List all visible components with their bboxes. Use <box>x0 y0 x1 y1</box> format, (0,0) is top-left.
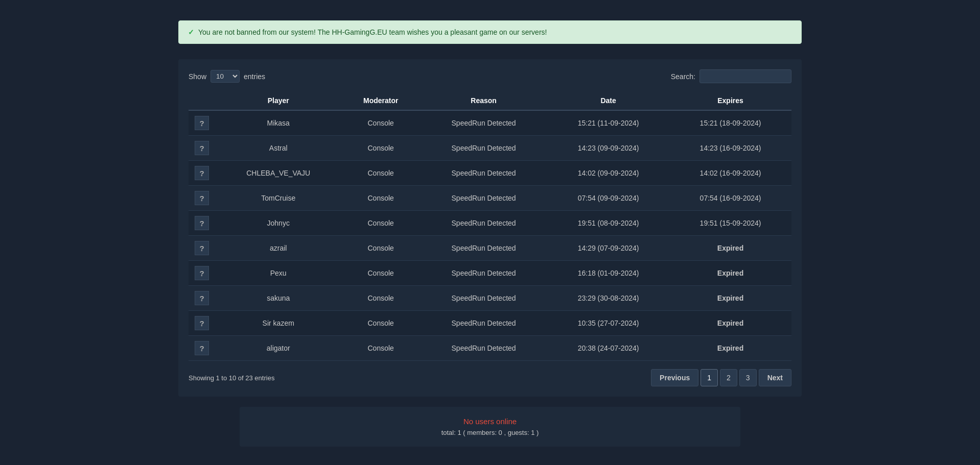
date-text: 20:38 (24-07-2024) <box>547 336 669 361</box>
reason-text: SpeedRun Detected <box>420 286 547 311</box>
reason-text: SpeedRun Detected <box>420 261 547 286</box>
reason-text: SpeedRun Detected <box>420 110 547 136</box>
table-header-row: Player Moderator Reason Date Expires <box>189 91 791 110</box>
avatar: ? <box>195 141 209 155</box>
previous-button[interactable]: Previous <box>651 369 698 386</box>
total-info: total: 1 ( members: 0 , guests: 1 ) <box>260 429 720 436</box>
moderator-name: Console <box>341 336 420 361</box>
col-moderator: Moderator <box>341 91 420 110</box>
avatar-cell: ? <box>189 161 215 186</box>
avatar: ? <box>195 216 209 230</box>
date-text: 14:23 (09-09-2024) <box>547 136 669 161</box>
date-text: 15:21 (11-09-2024) <box>547 110 669 136</box>
avatar-cell: ? <box>189 336 215 361</box>
ban-table: Player Moderator Reason Date Expires ? M… <box>189 91 791 361</box>
expires-text: 19:51 (15-09-2024) <box>669 211 791 236</box>
alert-message: You are not banned from our system! The … <box>198 28 547 36</box>
search-box: Search: <box>671 69 791 83</box>
page-2[interactable]: 2 <box>720 369 737 386</box>
table-row: ? TomCruise Console SpeedRun Detected 07… <box>189 186 791 211</box>
table-row: ? Sir kazem Console SpeedRun Detected 10… <box>189 311 791 336</box>
player-name[interactable]: sakuna <box>215 286 341 311</box>
expires-text: 15:21 (18-09-2024) <box>669 110 791 136</box>
avatar: ? <box>195 241 209 255</box>
moderator-name: Console <box>341 136 420 161</box>
player-name[interactable]: Pexu <box>215 261 341 286</box>
table-row: ? Johnyc Console SpeedRun Detected 19:51… <box>189 211 791 236</box>
table-section: Show 10 25 50 100 entries Search: Player <box>178 59 802 397</box>
date-text: 19:51 (08-09-2024) <box>547 211 669 236</box>
pagination: Previous 1 2 3 Next <box>651 369 791 386</box>
reason-text: SpeedRun Detected <box>420 211 547 236</box>
expires-text: 07:54 (16-09-2024) <box>669 186 791 211</box>
player-name[interactable]: Mikasa <box>215 110 341 136</box>
expires-text: 14:23 (16-09-2024) <box>669 136 791 161</box>
check-icon: ✓ <box>188 28 194 36</box>
show-entries-container: Show 10 25 50 100 entries <box>189 70 265 83</box>
expires-text: Expired <box>669 261 791 286</box>
avatar: ? <box>195 166 209 180</box>
player-name[interactable]: Johnyc <box>215 211 341 236</box>
player-name[interactable]: TomCruise <box>215 186 341 211</box>
date-text: 07:54 (09-09-2024) <box>547 186 669 211</box>
avatar-cell: ? <box>189 286 215 311</box>
alert-banner: ✓ You are not banned from our system! Th… <box>178 20 802 44</box>
player-name[interactable]: Astral <box>215 136 341 161</box>
player-name[interactable]: aligator <box>215 336 341 361</box>
table-footer: Showing 1 to 10 of 23 entries Previous 1… <box>189 369 791 386</box>
avatar-cell: ? <box>189 211 215 236</box>
table-row: ? Astral Console SpeedRun Detected 14:23… <box>189 136 791 161</box>
search-input[interactable] <box>699 69 791 83</box>
avatar: ? <box>195 291 209 305</box>
table-row: ? sakuna Console SpeedRun Detected 23:29… <box>189 286 791 311</box>
entries-label: entries <box>244 72 265 81</box>
page-1[interactable]: 1 <box>701 369 718 386</box>
date-text: 10:35 (27-07-2024) <box>547 311 669 336</box>
col-expires: Expires <box>669 91 791 110</box>
avatar: ? <box>195 191 209 205</box>
player-name[interactable]: CHLEBA_VE_VAJU <box>215 161 341 186</box>
date-text: 14:29 (07-09-2024) <box>547 236 669 261</box>
expires-text: 14:02 (16-09-2024) <box>669 161 791 186</box>
col-reason: Reason <box>420 91 547 110</box>
entries-select[interactable]: 10 25 50 100 <box>211 70 240 83</box>
expires-text: Expired <box>669 236 791 261</box>
date-text: 23:29 (30-08-2024) <box>547 286 669 311</box>
table-row: ? Pexu Console SpeedRun Detected 16:18 (… <box>189 261 791 286</box>
reason-text: SpeedRun Detected <box>420 336 547 361</box>
page-3[interactable]: 3 <box>739 369 757 386</box>
moderator-name: Console <box>341 186 420 211</box>
date-text: 16:18 (01-09-2024) <box>547 261 669 286</box>
expires-text: Expired <box>669 286 791 311</box>
col-date: Date <box>547 91 669 110</box>
entries-info: Showing 1 to 10 of 23 entries <box>189 374 274 382</box>
expires-text: Expired <box>669 311 791 336</box>
moderator-name: Console <box>341 161 420 186</box>
avatar: ? <box>195 116 209 130</box>
avatar: ? <box>195 266 209 280</box>
reason-text: SpeedRun Detected <box>420 161 547 186</box>
col-avatar <box>189 91 215 110</box>
player-name[interactable]: Sir kazem <box>215 311 341 336</box>
expires-text: Expired <box>669 336 791 361</box>
search-label: Search: <box>671 72 695 81</box>
reason-text: SpeedRun Detected <box>420 236 547 261</box>
moderator-name: Console <box>341 311 420 336</box>
table-row: ? azrail Console SpeedRun Detected 14:29… <box>189 236 791 261</box>
moderator-name: Console <box>341 261 420 286</box>
next-button[interactable]: Next <box>759 369 791 386</box>
no-users-label: No users online <box>260 417 720 426</box>
reason-text: SpeedRun Detected <box>420 311 547 336</box>
avatar-cell: ? <box>189 186 215 211</box>
table-row: ? CHLEBA_VE_VAJU Console SpeedRun Detect… <box>189 161 791 186</box>
player-name[interactable]: azrail <box>215 236 341 261</box>
moderator-name: Console <box>341 286 420 311</box>
moderator-name: Console <box>341 110 420 136</box>
avatar-cell: ? <box>189 311 215 336</box>
avatar-cell: ? <box>189 136 215 161</box>
moderator-name: Console <box>341 211 420 236</box>
online-box: No users online total: 1 ( members: 0 , … <box>240 407 740 447</box>
reason-text: SpeedRun Detected <box>420 136 547 161</box>
avatar: ? <box>195 316 209 330</box>
table-controls: Show 10 25 50 100 entries Search: <box>189 69 791 83</box>
